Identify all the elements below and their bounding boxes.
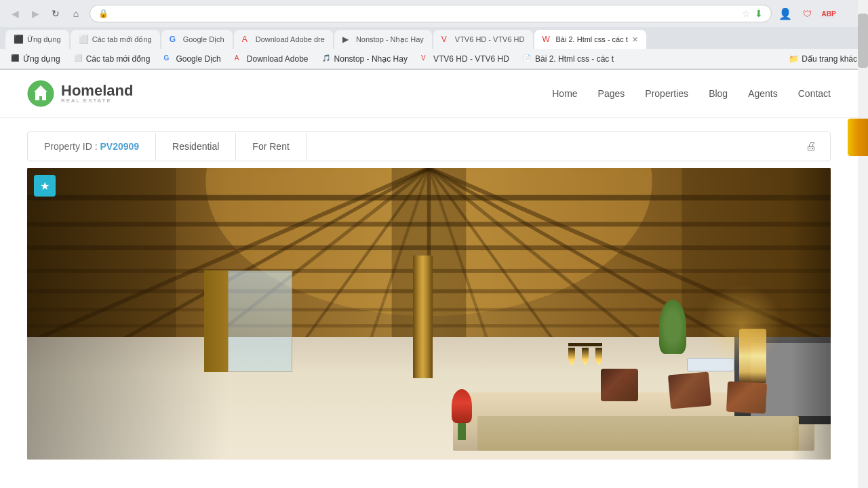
featured-badge: ★ <box>34 175 56 197</box>
bookmark-label-4: Download Adobe <box>247 54 309 64</box>
logo-text-main: Homeland <box>61 83 133 98</box>
tab-label-5: Nonstop - Nhạc Hay <box>356 35 424 44</box>
bookmark-icon-6: V <box>421 54 431 64</box>
bookmark-vtv6[interactable]: V VTV6 HD - VTV6 HD <box>416 53 515 65</box>
bookmarks-bar: ⬛ Ứng dụng ⬜ Các tab mới đồng G Google D… <box>0 49 868 69</box>
tab-favicon-3: G <box>170 35 179 44</box>
home-button[interactable]: ⌂ <box>66 4 85 23</box>
tab-favicon-7: W <box>542 35 552 44</box>
logo-subtitle: REAL ESTATE <box>61 98 133 104</box>
property-type-segment: Residential <box>156 133 236 160</box>
tab-close-icon[interactable]: ✕ <box>632 35 638 44</box>
tab-label-1: Ứng dụng <box>27 35 61 44</box>
tab-label-7: Bài 2. Html css - các t <box>556 35 628 43</box>
property-main-image <box>27 168 831 460</box>
bookmark-nonstop[interactable]: 🎵 Nonstop - Nhạc Hay <box>317 53 413 65</box>
bookmark-folder-others[interactable]: 📁 Dấu trang khác <box>783 53 863 65</box>
scrollbar-thumb[interactable] <box>858 14 868 68</box>
tab-favicon-6: V <box>441 35 451 44</box>
extension-button-abp[interactable]: ABP <box>819 4 838 23</box>
bookmark-icon-3: G <box>163 54 173 64</box>
tab-google-dich[interactable]: G Google Dịch <box>161 30 233 49</box>
tab-favicon-2: ⬜ <box>79 35 88 44</box>
nav-contact[interactable]: Contact <box>798 88 831 99</box>
property-image-container: ★ <box>27 168 831 460</box>
bookmark-bai2[interactable]: 📄 Bài 2. Html css - các t <box>517 53 619 65</box>
tabs-bar: ⬛ Ứng dụng ⬜ Các tab mới đồng G Google D… <box>0 27 868 49</box>
property-id-segment: Property ID : PV20909 <box>28 133 156 160</box>
bookmark-icon-7: 📄 <box>523 54 532 64</box>
tab-ung-dung[interactable]: ⬛ Ứng dụng <box>5 30 69 49</box>
property-listing: For Rent <box>252 141 289 152</box>
folder-icon: 📁 <box>789 54 799 64</box>
nav-blog[interactable]: Blog <box>709 88 728 99</box>
extension-button-1[interactable]: 🛡 <box>797 4 816 23</box>
property-listing-segment: For Rent <box>236 133 306 160</box>
tab-favicon-4: A <box>242 35 252 44</box>
scrollbar[interactable] <box>858 0 868 488</box>
tab-label-4: Download Adobe dre <box>256 35 325 43</box>
address-bar[interactable]: 🔒 themecss.com/wp-Homeland-Box/property-… <box>90 5 772 22</box>
bookmark-icon-1: ⬛ <box>11 54 20 64</box>
nav-agents[interactable]: Agents <box>748 88 778 99</box>
property-id-value: PV20909 <box>100 141 139 152</box>
tab-favicon-5: ▶ <box>342 35 352 44</box>
star-icon: ★ <box>40 180 50 192</box>
tab-cac-tab[interactable]: ⬜ Các tab mới đồng <box>71 30 160 49</box>
logo-part1: Home <box>61 82 102 99</box>
tab-nonstop[interactable]: ▶ Nonstop - Nhạc Hay <box>334 30 432 49</box>
bookmark-label-5: Nonstop - Nhạc Hay <box>334 54 408 64</box>
back-button[interactable]: ◀ <box>5 4 24 23</box>
page-content: Homeland REAL ESTATE Home Pages Properti… <box>0 70 858 460</box>
bookmark-label-3: Google Dịch <box>176 54 220 64</box>
site-logo[interactable]: Homeland REAL ESTATE <box>27 80 133 107</box>
bookmark-icon-2: ⬜ <box>74 54 83 64</box>
bookmark-icon-5: 🎵 <box>322 54 332 64</box>
google-account-button[interactable]: 👤 <box>776 4 795 23</box>
forward-button[interactable]: ▶ <box>26 4 45 23</box>
refresh-button[interactable]: ↻ <box>46 4 65 23</box>
nav-home[interactable]: Home <box>552 88 577 99</box>
bookmark-folder-label: Dấu trang khác <box>802 54 857 64</box>
property-info-bar: Property ID : PV20909 Residential For Re… <box>27 131 831 161</box>
side-extension-indicator[interactable] <box>848 119 868 156</box>
download-icon[interactable]: ⬇ <box>755 8 763 19</box>
lock-icon: 🔒 <box>98 9 108 18</box>
bookmark-star-icon[interactable]: ☆ <box>742 8 751 19</box>
bookmark-label-1: Ứng dụng <box>23 54 60 64</box>
main-navigation: Home Pages Properties Blog Agents Contac… <box>552 88 831 99</box>
bookmark-label-6: VTV6 HD - VTV6 HD <box>433 54 509 64</box>
tab-label-6: VTV6 HD - VTV6 HD <box>455 35 525 43</box>
url-input[interactable]: themecss.com/wp-Homeland-Box/property-it… <box>113 9 738 19</box>
nav-pages[interactable]: Pages <box>598 88 625 99</box>
logo-icon <box>27 80 54 107</box>
tab-label-3: Google Dịch <box>183 35 224 44</box>
property-id-label: Property ID : <box>44 141 98 152</box>
tab-bai2-html[interactable]: W Bài 2. Html css - các t ✕ <box>534 30 646 49</box>
tab-download-adobe[interactable]: A Download Adobe dre <box>234 30 333 49</box>
bookmark-icon-4: A <box>235 54 244 64</box>
bookmark-label-2: Các tab mới đồng <box>86 54 151 64</box>
bookmark-label-7: Bài 2. Html css - các t <box>535 54 614 64</box>
bookmark-download-adobe[interactable]: A Download Adobe <box>229 53 314 65</box>
print-button[interactable]: 🖨 <box>792 132 830 161</box>
bookmark-google-dich[interactable]: G Google Dịch <box>158 53 226 65</box>
tab-favicon-1: ⬛ <box>14 35 23 44</box>
logo-part2: land <box>102 82 133 99</box>
bookmark-cac-tab[interactable]: ⬜ Các tab mới đồng <box>68 53 156 65</box>
bookmark-ung-dung[interactable]: ⬛ Ứng dụng <box>5 53 66 65</box>
tab-label-2: Các tab mới đồng <box>92 35 152 44</box>
property-type: Residential <box>172 141 219 152</box>
nav-properties[interactable]: Properties <box>645 88 688 99</box>
site-header: Homeland REAL ESTATE Home Pages Properti… <box>0 70 858 118</box>
tab-vtv6[interactable]: V VTV6 HD - VTV6 HD <box>433 30 533 49</box>
